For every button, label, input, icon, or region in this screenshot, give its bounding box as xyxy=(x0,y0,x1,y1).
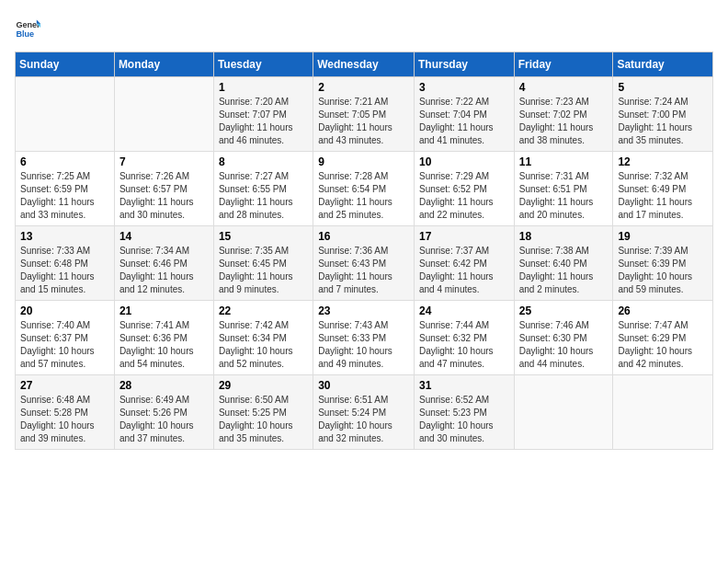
day-info: Sunrise: 7:40 AMSunset: 6:37 PMDaylight:… xyxy=(20,319,109,371)
calendar-table: SundayMondayTuesdayWednesdayThursdayFrid… xyxy=(15,52,713,450)
calendar-cell: 10Sunrise: 7:29 AMSunset: 6:52 PMDayligh… xyxy=(414,152,514,226)
day-number: 26 xyxy=(618,304,708,317)
calendar-cell: 7Sunrise: 7:26 AMSunset: 6:57 PMDaylight… xyxy=(114,152,213,226)
day-info: Sunrise: 6:51 AMSunset: 5:24 PMDaylight:… xyxy=(318,394,409,445)
day-number: 4 xyxy=(519,81,609,94)
day-info: Sunrise: 7:23 AMSunset: 7:02 PMDaylight:… xyxy=(519,96,609,147)
calendar-cell: 25Sunrise: 7:46 AMSunset: 6:30 PMDayligh… xyxy=(514,301,613,375)
day-number: 8 xyxy=(219,155,308,168)
day-number: 12 xyxy=(618,155,708,168)
header-wednesday: Wednesday xyxy=(313,52,415,77)
calendar-cell: 3Sunrise: 7:22 AMSunset: 7:04 PMDaylight… xyxy=(414,77,514,152)
calendar-cell: 30Sunrise: 6:51 AMSunset: 5:24 PMDayligh… xyxy=(313,375,415,450)
day-number: 27 xyxy=(20,379,109,392)
calendar-cell: 5Sunrise: 7:24 AMSunset: 7:00 PMDaylight… xyxy=(613,77,713,152)
day-number: 19 xyxy=(618,230,708,243)
calendar-cell: 17Sunrise: 7:37 AMSunset: 6:42 PMDayligh… xyxy=(414,226,514,301)
calendar-cell xyxy=(114,77,213,152)
day-info: Sunrise: 7:35 AMSunset: 6:45 PMDaylight:… xyxy=(219,245,308,296)
day-number: 5 xyxy=(618,81,708,94)
calendar-cell: 27Sunrise: 6:48 AMSunset: 5:28 PMDayligh… xyxy=(16,375,115,450)
calendar-cell: 26Sunrise: 7:47 AMSunset: 6:29 PMDayligh… xyxy=(613,301,713,375)
day-info: Sunrise: 6:49 AMSunset: 5:26 PMDaylight:… xyxy=(119,394,209,445)
day-info: Sunrise: 7:32 AMSunset: 6:49 PMDaylight:… xyxy=(618,170,708,222)
day-number: 21 xyxy=(119,304,209,317)
day-number: 3 xyxy=(419,81,509,94)
calendar-cell: 18Sunrise: 7:38 AMSunset: 6:40 PMDayligh… xyxy=(514,226,613,301)
day-number: 30 xyxy=(318,379,409,392)
calendar-cell: 23Sunrise: 7:43 AMSunset: 6:33 PMDayligh… xyxy=(313,301,415,375)
day-number: 6 xyxy=(20,155,109,168)
day-info: Sunrise: 7:31 AMSunset: 6:51 PMDaylight:… xyxy=(519,170,609,222)
week-row-1: 1Sunrise: 7:20 AMSunset: 7:07 PMDaylight… xyxy=(16,77,713,152)
day-number: 13 xyxy=(20,230,109,243)
week-row-5: 27Sunrise: 6:48 AMSunset: 5:28 PMDayligh… xyxy=(16,375,713,450)
calendar-cell: 6Sunrise: 7:25 AMSunset: 6:59 PMDaylight… xyxy=(16,152,115,226)
day-info: Sunrise: 7:21 AMSunset: 7:05 PMDaylight:… xyxy=(318,96,409,147)
day-info: Sunrise: 7:37 AMSunset: 6:42 PMDaylight:… xyxy=(419,245,509,296)
day-number: 24 xyxy=(419,304,509,317)
day-number: 16 xyxy=(318,230,409,243)
logo-icon: General Blue xyxy=(15,15,40,40)
day-number: 9 xyxy=(318,155,409,168)
calendar-cell: 14Sunrise: 7:34 AMSunset: 6:46 PMDayligh… xyxy=(114,226,213,301)
calendar-cell: 24Sunrise: 7:44 AMSunset: 6:32 PMDayligh… xyxy=(414,301,514,375)
day-info: Sunrise: 7:43 AMSunset: 6:33 PMDaylight:… xyxy=(318,319,409,371)
day-info: Sunrise: 7:28 AMSunset: 6:54 PMDaylight:… xyxy=(318,170,409,222)
day-info: Sunrise: 7:20 AMSunset: 7:07 PMDaylight:… xyxy=(219,96,308,147)
day-number: 14 xyxy=(119,230,209,243)
day-number: 18 xyxy=(519,230,609,243)
header-thursday: Thursday xyxy=(414,52,514,77)
calendar-cell: 1Sunrise: 7:20 AMSunset: 7:07 PMDaylight… xyxy=(213,77,313,152)
calendar-cell: 19Sunrise: 7:39 AMSunset: 6:39 PMDayligh… xyxy=(613,226,713,301)
day-info: Sunrise: 7:25 AMSunset: 6:59 PMDaylight:… xyxy=(20,170,109,222)
day-info: Sunrise: 7:39 AMSunset: 6:39 PMDaylight:… xyxy=(618,245,708,296)
calendar-cell: 20Sunrise: 7:40 AMSunset: 6:37 PMDayligh… xyxy=(16,301,115,375)
calendar-cell: 9Sunrise: 7:28 AMSunset: 6:54 PMDaylight… xyxy=(313,152,415,226)
header-saturday: Saturday xyxy=(613,52,713,77)
week-row-2: 6Sunrise: 7:25 AMSunset: 6:59 PMDaylight… xyxy=(16,152,713,226)
day-number: 1 xyxy=(219,81,308,94)
calendar-cell: 15Sunrise: 7:35 AMSunset: 6:45 PMDayligh… xyxy=(213,226,313,301)
calendar-cell: 12Sunrise: 7:32 AMSunset: 6:49 PMDayligh… xyxy=(613,152,713,226)
calendar-header-row: SundayMondayTuesdayWednesdayThursdayFrid… xyxy=(16,52,713,77)
day-number: 2 xyxy=(318,81,409,94)
calendar-cell: 8Sunrise: 7:27 AMSunset: 6:55 PMDaylight… xyxy=(213,152,313,226)
calendar-cell: 31Sunrise: 6:52 AMSunset: 5:23 PMDayligh… xyxy=(414,375,514,450)
day-info: Sunrise: 7:41 AMSunset: 6:36 PMDaylight:… xyxy=(119,319,209,371)
calendar-cell xyxy=(613,375,713,450)
calendar-cell: 13Sunrise: 7:33 AMSunset: 6:48 PMDayligh… xyxy=(16,226,115,301)
day-info: Sunrise: 7:38 AMSunset: 6:40 PMDaylight:… xyxy=(519,245,609,296)
calendar-cell: 22Sunrise: 7:42 AMSunset: 6:34 PMDayligh… xyxy=(213,301,313,375)
calendar-cell: 4Sunrise: 7:23 AMSunset: 7:02 PMDaylight… xyxy=(514,77,613,152)
day-number: 29 xyxy=(219,379,308,392)
day-number: 23 xyxy=(318,304,409,317)
day-number: 17 xyxy=(419,230,509,243)
day-info: Sunrise: 6:48 AMSunset: 5:28 PMDaylight:… xyxy=(20,394,109,445)
header-monday: Monday xyxy=(114,52,213,77)
day-info: Sunrise: 7:46 AMSunset: 6:30 PMDaylight:… xyxy=(519,319,609,371)
svg-text:Blue: Blue xyxy=(16,29,34,39)
day-info: Sunrise: 7:29 AMSunset: 6:52 PMDaylight:… xyxy=(419,170,509,222)
week-row-4: 20Sunrise: 7:40 AMSunset: 6:37 PMDayligh… xyxy=(16,301,713,375)
week-row-3: 13Sunrise: 7:33 AMSunset: 6:48 PMDayligh… xyxy=(16,226,713,301)
calendar-cell: 28Sunrise: 6:49 AMSunset: 5:26 PMDayligh… xyxy=(114,375,213,450)
day-number: 20 xyxy=(20,304,109,317)
day-number: 22 xyxy=(219,304,308,317)
day-info: Sunrise: 7:34 AMSunset: 6:46 PMDaylight:… xyxy=(119,245,209,296)
day-info: Sunrise: 7:24 AMSunset: 7:00 PMDaylight:… xyxy=(618,96,708,147)
calendar-cell xyxy=(514,375,613,450)
day-number: 25 xyxy=(519,304,609,317)
day-info: Sunrise: 6:52 AMSunset: 5:23 PMDaylight:… xyxy=(419,394,509,445)
day-info: Sunrise: 7:26 AMSunset: 6:57 PMDaylight:… xyxy=(119,170,209,222)
day-number: 31 xyxy=(419,379,509,392)
header-friday: Friday xyxy=(514,52,613,77)
calendar-cell: 16Sunrise: 7:36 AMSunset: 6:43 PMDayligh… xyxy=(313,226,415,301)
day-info: Sunrise: 7:42 AMSunset: 6:34 PMDaylight:… xyxy=(219,319,308,371)
day-info: Sunrise: 7:36 AMSunset: 6:43 PMDaylight:… xyxy=(318,245,409,296)
calendar-cell: 2Sunrise: 7:21 AMSunset: 7:05 PMDaylight… xyxy=(313,77,415,152)
calendar-cell xyxy=(16,77,115,152)
day-info: Sunrise: 6:50 AMSunset: 5:25 PMDaylight:… xyxy=(219,394,308,445)
logo: General Blue xyxy=(15,15,44,40)
day-info: Sunrise: 7:22 AMSunset: 7:04 PMDaylight:… xyxy=(419,96,509,147)
